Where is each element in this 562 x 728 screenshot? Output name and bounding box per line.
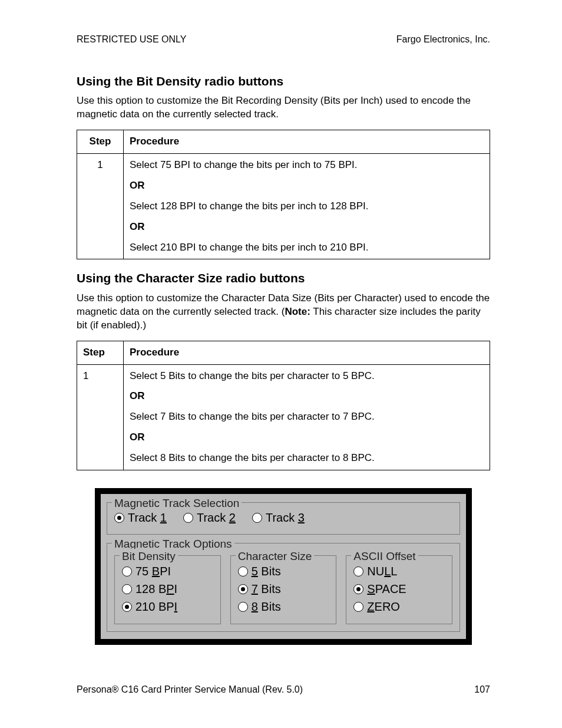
radio-track-2[interactable]: Track 2 [183,510,236,526]
track-row: Track 1 Track 2 Track 3 [114,509,452,527]
radio-null[interactable]: NULL [353,564,445,579]
col-procedure: Procedure [124,341,490,364]
radio-track-3[interactable]: Track 3 [252,510,305,526]
radio-5-bits[interactable]: 5 Bits [238,564,329,579]
proc-line: Select 8 Bits to change the bits per cha… [130,452,484,465]
radio-label: SPACE [367,581,406,597]
header-left: RESTRICTED USE ONLY [77,33,186,46]
radio-label: Track 1 [128,510,167,526]
radio-icon [122,566,132,577]
radio-zero[interactable]: ZERO [353,599,445,615]
radio-icon [183,513,193,523]
footer-left: Persona® C16 Card Printer Service Manual… [77,683,303,696]
radio-label: ZERO [367,599,400,615]
radio-space[interactable]: SPACE [353,581,445,597]
radio-75-bpi[interactable]: 75 BPI [122,564,213,579]
radio-icon [238,566,248,577]
col-procedure: Procedure [124,130,490,153]
proc-line: Select 210 BPI to change the bits per in… [130,241,484,255]
proc-or: OR [130,220,484,234]
section-1-intro: Use this option to customize the Bit Rec… [77,94,490,121]
radio-icon [122,602,132,612]
radio-128-bpi[interactable]: 128 BPI [122,581,213,597]
proc-line: Select 75 BPI to change the bits per inc… [130,159,484,172]
proc-line: Select 7 Bits to change the bits per cha… [130,410,484,424]
radio-label: NULL [367,564,397,579]
page-footer: Persona® C16 Card Printer Service Manual… [77,683,490,696]
proc-or: OR [130,431,484,444]
procedure-cell: Select 75 BPI to change the bits per inc… [124,153,490,259]
proc-or: OR [130,390,484,403]
note-label: Note: [285,306,310,317]
radio-8-bits[interactable]: 8 Bits [238,599,329,615]
group-label: Magnetic Track Selection [112,496,242,511]
dialog-panel: Magnetic Track Selection Track 1 Track 2… [95,488,472,645]
footer-page-number: 107 [474,683,490,696]
bit-density-table: Step Procedure 1 Select 75 BPI to change… [77,130,490,260]
radio-label: 5 Bits [252,564,281,579]
section-2-title: Using the Character Size radio buttons [77,270,490,286]
radio-label: Track 2 [197,510,236,526]
step-number: 1 [77,364,124,470]
group-bit-density: Bit Density 75 BPI 128 BPI 210 BPI [114,555,221,624]
radio-7-bits[interactable]: 7 Bits [238,581,329,597]
char-size-table: Step Procedure 1 Select 5 Bits to change… [77,341,490,471]
radio-icon [353,584,363,594]
group-ascii-offset: ASCII Offset NULL SPACE ZERO [346,555,452,624]
radio-label: 8 Bits [252,599,281,615]
header-right: Fargo Electronics, Inc. [396,33,490,46]
page: RESTRICTED USE ONLY Fargo Electronics, I… [0,0,562,728]
radio-icon [238,584,248,594]
radio-icon [353,566,363,577]
col-step: Step [77,130,124,153]
options-row: Bit Density 75 BPI 128 BPI 210 BPI [114,549,452,624]
radio-icon [238,602,248,612]
radio-label: 210 BPI [135,599,177,615]
proc-or: OR [130,179,484,193]
radio-label: 128 BPI [135,581,177,597]
radio-210-bpi[interactable]: 210 BPI [122,599,213,615]
radio-label: 7 Bits [252,581,281,597]
dialog-screenshot: Magnetic Track Selection Track 1 Track 2… [95,488,472,645]
radio-icon [122,584,132,594]
section-1-title: Using the Bit Density radio buttons [77,73,490,90]
step-number: 1 [77,153,124,259]
group-magnetic-track-selection: Magnetic Track Selection Track 1 Track 2… [107,502,460,535]
proc-line: Select 5 Bits to change the bits per cha… [130,370,484,383]
procedure-cell: Select 5 Bits to change the bits per cha… [124,364,490,470]
proc-line: Select 128 BPI to change the bits per in… [130,200,484,213]
group-label: Character Size [236,549,315,564]
page-header: RESTRICTED USE ONLY Fargo Electronics, I… [77,33,490,46]
radio-label: 75 BPI [135,564,171,579]
radio-icon [252,513,262,523]
radio-icon [114,513,124,523]
group-label: Bit Density [120,549,178,564]
radio-icon [353,602,363,612]
group-label: ASCII Offset [351,549,418,564]
radio-label: Track 3 [266,510,305,526]
section-2-intro: Use this option to customize the Charact… [77,292,490,332]
col-step: Step [77,341,124,364]
radio-track-1[interactable]: Track 1 [114,510,167,526]
group-character-size: Character Size 5 Bits 7 Bits 8 Bits [230,555,337,624]
group-magnetic-track-options: Magnetic Track Options Bit Density 75 BP… [107,543,460,632]
